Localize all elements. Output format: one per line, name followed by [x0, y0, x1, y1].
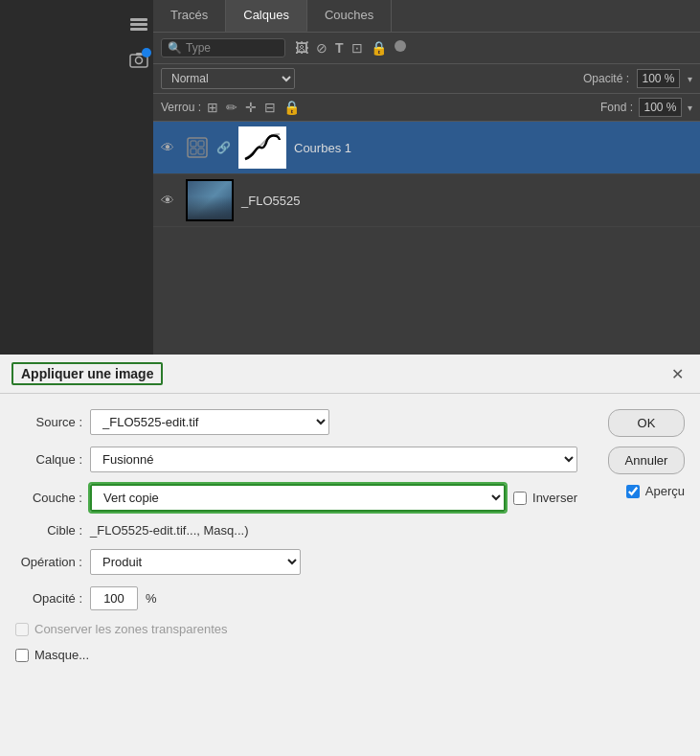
left-sidebar: [0, 0, 153, 355]
lock-icon[interactable]: 🔒: [371, 40, 387, 56]
calque-label: Calque :: [15, 452, 82, 467]
dialog-title: Appliquer une image: [11, 362, 163, 385]
svg-rect-10: [198, 141, 204, 147]
cible-label: Cible :: [15, 523, 82, 538]
chain-icon-courbes: 🔗: [216, 141, 231, 154]
svg-point-4: [136, 57, 143, 64]
search-icons: 🖼 ⊘ T ⊡ 🔒: [295, 40, 406, 56]
inverser-label: Inverser: [532, 491, 577, 505]
layer-row-flo[interactable]: 👁 _FLO5525: [153, 174, 700, 227]
svg-rect-8: [198, 149, 204, 154]
lock-label: Verrou :: [161, 101, 201, 114]
lock-icons: ⊞ ✏ ✛ ⊟ 🔒: [207, 100, 300, 115]
operation-row: Opération : Produit: [15, 549, 577, 575]
dialog-titlebar: Appliquer une image ✕: [0, 355, 700, 394]
inverser-row: Inverser: [513, 491, 577, 505]
masque-checkbox[interactable]: [15, 649, 29, 662]
curves-type-icon: [186, 136, 209, 159]
dialog-right: OK Annuler Aperçu: [589, 409, 685, 741]
lock-move-icon[interactable]: ✛: [245, 100, 257, 115]
couche-select[interactable]: Vert copie: [90, 484, 506, 512]
dialog-body: Source : _FLO5525-edit.tif Calque : Fusi…: [0, 394, 700, 756]
mode-select[interactable]: Normal: [161, 68, 295, 89]
lock-row: Verrou : ⊞ ✏ ✛ ⊟ 🔒 Fond : ▾: [153, 94, 700, 122]
cible-value: _FLO5525-edit.tif..., Masq...): [90, 523, 248, 538]
search-box[interactable]: 🔍 Type: [161, 38, 285, 57]
svg-rect-7: [191, 141, 196, 147]
opacite-input[interactable]: [90, 586, 138, 610]
inverser-checkbox[interactable]: [513, 492, 527, 505]
opacity-dropdown-arrow[interactable]: ▾: [688, 74, 692, 84]
apercu-label: Aperçu: [645, 484, 685, 498]
layer-name-courbes: Courbes 1: [294, 141, 351, 155]
tab-couches[interactable]: Couches: [307, 0, 392, 32]
svg-rect-9: [191, 149, 196, 154]
search-row: 🔍 Type 🖼 ⊘ T ⊡ 🔒: [153, 33, 700, 64]
layers-icon[interactable]: [124, 10, 153, 38]
notification-badge: [142, 48, 151, 57]
fond-dropdown-arrow[interactable]: ▾: [688, 103, 692, 113]
camera-icon[interactable]: [124, 46, 153, 75]
masque-row: Masque...: [15, 648, 577, 662]
calque-row: Calque : Fusionné: [15, 447, 577, 472]
text-icon[interactable]: T: [335, 40, 344, 56]
transparent-label: Conserver les zones transparentes: [34, 622, 228, 636]
tab-calques[interactable]: Calques: [226, 0, 307, 32]
dialog-close-button[interactable]: ✕: [666, 362, 689, 385]
calque-select[interactable]: Fusionné: [90, 447, 577, 472]
photo-placeholder: [188, 181, 232, 219]
layer-thumb-flo: [186, 179, 234, 221]
mode-row: Normal Opacité : ▾: [153, 64, 700, 94]
fond-input[interactable]: [639, 98, 682, 117]
operation-label: Opération :: [15, 555, 82, 569]
cible-row: Cible : _FLO5525-edit.tif..., Masq...): [15, 523, 577, 538]
opacite-row: Opacité : %: [15, 586, 577, 610]
eye-icon-courbes[interactable]: 👁: [161, 140, 178, 155]
eye-icon-flo[interactable]: 👁: [161, 193, 178, 208]
svg-rect-0: [130, 18, 147, 21]
lock-paint-icon[interactable]: ✏: [226, 100, 237, 115]
annuler-button[interactable]: Annuler: [608, 447, 685, 474]
top-panel: Tracés Calques Couches 🔍 Type 🖼 ⊘ T ⊡ 🔒 …: [0, 0, 700, 355]
transparent-row: Conserver les zones transparentes: [15, 622, 577, 636]
search-placeholder: Type: [186, 41, 211, 55]
dialog-left: Source : _FLO5525-edit.tif Calque : Fusi…: [15, 409, 577, 741]
svg-rect-1: [130, 23, 147, 26]
dialog-container: Appliquer une image ✕ Source : _FLO5525-…: [0, 355, 700, 756]
source-row: Source : _FLO5525-edit.tif: [15, 409, 577, 435]
search-icon: 🔍: [168, 41, 182, 55]
operation-select[interactable]: Produit: [90, 549, 301, 575]
tab-traces[interactable]: Tracés: [153, 0, 226, 32]
layer-name-flo: _FLO5525: [241, 194, 300, 208]
dot-icon[interactable]: [395, 40, 406, 52]
layer-row-courbes[interactable]: 👁 🔗 Courbes 1: [153, 122, 700, 174]
circle-icon[interactable]: ⊘: [316, 40, 327, 56]
couche-label: Couche :: [15, 491, 82, 505]
ok-button[interactable]: OK: [608, 409, 685, 437]
percent-label: %: [146, 591, 157, 606]
crop-icon[interactable]: ⊡: [351, 40, 363, 56]
couche-row: Couche : Vert copie Inverser: [15, 484, 577, 512]
lock-artboard-icon[interactable]: ⊟: [264, 100, 276, 115]
photo-buildings: [188, 196, 232, 219]
opacity-label: Opacité :: [583, 72, 629, 85]
lock-all-icon[interactable]: 🔒: [283, 100, 300, 115]
layer-thumb-courbes: [238, 126, 286, 169]
fond-label: Fond :: [600, 101, 633, 114]
image-icon[interactable]: 🖼: [295, 40, 308, 56]
apercu-row: Aperçu: [626, 484, 685, 498]
source-label: Source :: [15, 415, 82, 429]
tabs-row: Tracés Calques Couches: [153, 0, 700, 33]
svg-rect-2: [130, 28, 147, 31]
opacite-label: Opacité :: [15, 591, 82, 606]
opacity-input[interactable]: [637, 69, 680, 88]
layers-panel: Tracés Calques Couches 🔍 Type 🖼 ⊘ T ⊡ 🔒 …: [153, 0, 700, 355]
transparent-checkbox[interactable]: [15, 623, 29, 636]
apercu-checkbox[interactable]: [626, 485, 640, 498]
source-select[interactable]: _FLO5525-edit.tif: [90, 409, 329, 435]
masque-label: Masque...: [34, 648, 89, 662]
lock-transparent-icon[interactable]: ⊞: [207, 100, 218, 115]
